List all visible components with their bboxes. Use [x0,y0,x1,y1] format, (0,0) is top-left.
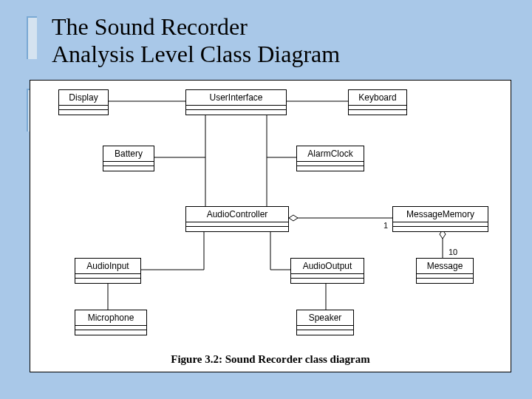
figure-caption: Figure 3.2: Sound Recorder class diagram [30,353,511,366]
class-name: Keyboard [349,90,406,106]
class-audio-output: AudioOutput [290,258,364,284]
class-name: UserInterface [186,90,286,106]
class-display: Display [58,89,109,115]
svg-marker-13 [289,215,298,221]
class-name: AudioController [186,207,288,222]
slide: The Sound Recorder Analysis Level Class … [0,0,532,399]
class-name: Battery [103,146,154,162]
class-user-interface: UserInterface [185,89,287,115]
class-message-memory: MessageMemory [392,206,488,232]
multiplicity-mm-msg: 10 [449,248,457,256]
class-name: Microphone [75,310,146,326]
class-audio-input: AudioInput [75,258,141,284]
class-diagram: Display UserInterface Keyboard Battery A… [30,81,511,372]
multiplicity-ac-mm: 1 [383,221,388,230]
class-keyboard: Keyboard [348,89,407,115]
bullet-decoration [27,16,37,59]
class-battery: Battery [103,146,154,171]
class-name: Display [59,90,108,106]
class-name: Speaker [297,310,353,326]
class-name: AlarmClock [297,146,364,162]
slide-title: The Sound Recorder Analysis Level Class … [52,13,340,68]
class-alarm-clock: AlarmClock [296,146,364,171]
diagram-panel: Display UserInterface Keyboard Battery A… [30,80,511,372]
class-name: MessageMemory [393,207,488,222]
title-line-1: The Sound Recorder [52,13,248,40]
class-speaker: Speaker [296,310,354,335]
title-line-2: Analysis Level Class Diagram [52,41,340,67]
class-message: Message [416,258,474,284]
class-name: Message [417,259,473,274]
class-name: AudioOutput [291,259,364,274]
class-audio-controller: AudioController [185,206,289,232]
class-name: AudioInput [75,259,140,274]
class-microphone: Microphone [75,310,147,335]
